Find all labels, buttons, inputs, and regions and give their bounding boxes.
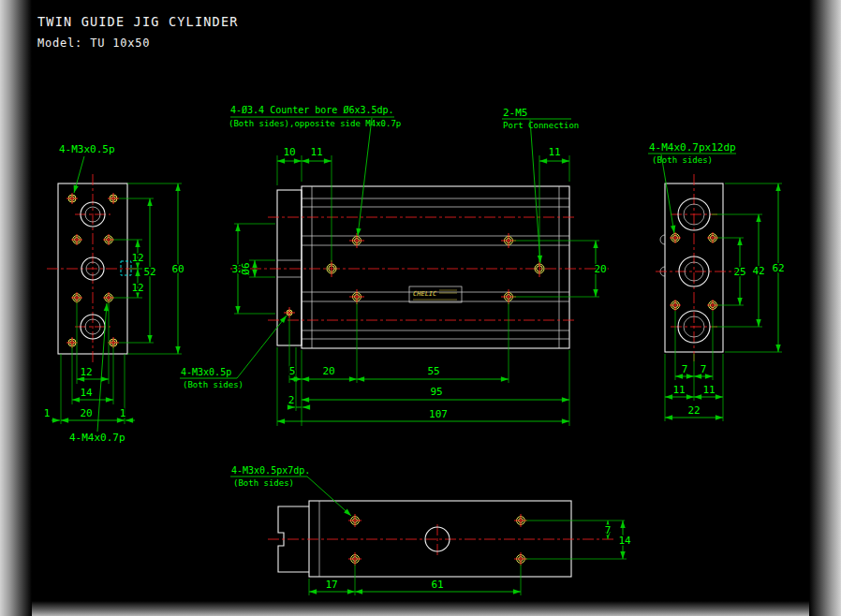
dim-front-margin-right: 1 (120, 407, 126, 419)
annotation-top-m3-line2: (Both sides) (233, 478, 294, 488)
drawing-svg: TWIN GUIDE JIG CYLINDER Model: TU 10x50 (0, 0, 841, 616)
annotation-counterbore-line1: 4-Ø3.4 Counter bore Ø6x3.5dp. (230, 105, 394, 115)
brand-plate-text: CHELIC (413, 290, 437, 298)
dim-side-total-len: 107 (429, 408, 448, 420)
drawing-model: Model: TU 10x50 (37, 37, 150, 50)
dim-side-hole-left: 20 (322, 365, 334, 377)
dim-side-port-left: 11 (310, 146, 322, 158)
dim-front-margin-left: 1 (44, 407, 51, 419)
dim-back-bolt-v: 25 (733, 266, 745, 278)
annotation-back-m4-line2: (Both sides) (652, 155, 713, 165)
annotation-side-m3-line1: 4-M3x0.5p (181, 367, 231, 377)
dim-back-edge-l: 11 (672, 384, 685, 396)
dim-back-height: 62 (772, 262, 784, 274)
dim-top-hole-rows: 14 (618, 535, 631, 547)
dim-back-bolt-r: 7 (701, 363, 707, 375)
dim-front-inner-v-lower: 12 (131, 282, 143, 294)
cad-canvas: TWIN GUIDE JIG CYLINDER Model: TU 10x50 (0, 0, 841, 616)
dim-side-hole-rows: 20 (594, 263, 606, 275)
dim-side-body-len: 95 (430, 386, 442, 398)
annotation-port-line1: 2-M5 (503, 107, 528, 119)
drawing-background (0, 0, 841, 616)
dim-back-guide-v: 42 (752, 265, 764, 277)
dim-side-plate-w: 10 (283, 146, 295, 158)
annotation-back-m4-line1: 4-M4x0.7px12dp (649, 141, 736, 154)
annotation-side-m3-line2: (Both sides) (183, 380, 243, 389)
annotation-port-line2: Port Connection (503, 121, 579, 130)
annotation-front-m3: 4-M3x0.5p (59, 143, 115, 155)
dim-front-inner-h: 12 (80, 366, 92, 378)
dim-side-hole-edge: 5 (289, 365, 296, 377)
dim-side-rod-dia: Ø6 (240, 262, 252, 274)
dim-top-hole-left: 17 (325, 579, 337, 591)
dim-front-height: 60 (171, 263, 184, 275)
dim-side-step: 2 (288, 394, 295, 406)
dim-front-bolt-v: 52 (143, 266, 155, 278)
dim-back-width: 22 (687, 404, 700, 417)
dim-top-hole-span: 61 (431, 579, 443, 591)
dim-top-hole-to-center: 7 (605, 524, 612, 536)
drawing-title: TWIN GUIDE JIG CYLINDER (37, 14, 239, 29)
annotation-front-m4: 4-M4x0.7p (69, 432, 125, 444)
dim-back-edge-r: 11 (702, 384, 715, 396)
annotation-counterbore-line2: (Both sides),opposite side M4x0.7p (229, 119, 401, 128)
annotation-top-m3-line1: 4-M3x0.5px7dp. (231, 465, 310, 476)
dim-side-hole-span: 55 (427, 365, 439, 377)
dim-side-port-right: 11 (548, 146, 560, 158)
dim-back-bolt-l: 7 (682, 363, 688, 375)
dim-front-bolt-h: 14 (80, 387, 93, 399)
dim-front-inner-v-upper: 12 (131, 252, 143, 264)
dim-front-width: 20 (80, 407, 92, 419)
